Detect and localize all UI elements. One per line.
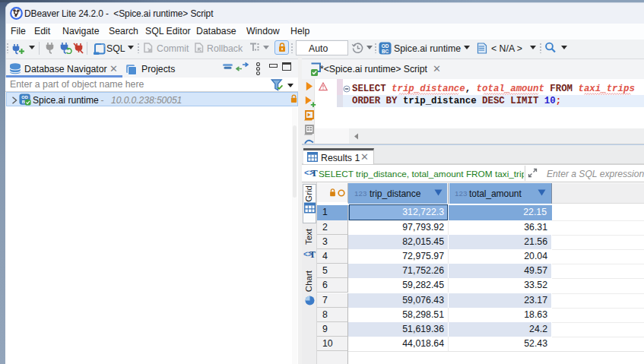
- svg-text:BC: BC: [382, 49, 389, 54]
- svg-text:B: B: [21, 99, 24, 103]
- svg-text:OD: OD: [21, 94, 28, 99]
- svg-text:OD: OD: [382, 43, 389, 49]
